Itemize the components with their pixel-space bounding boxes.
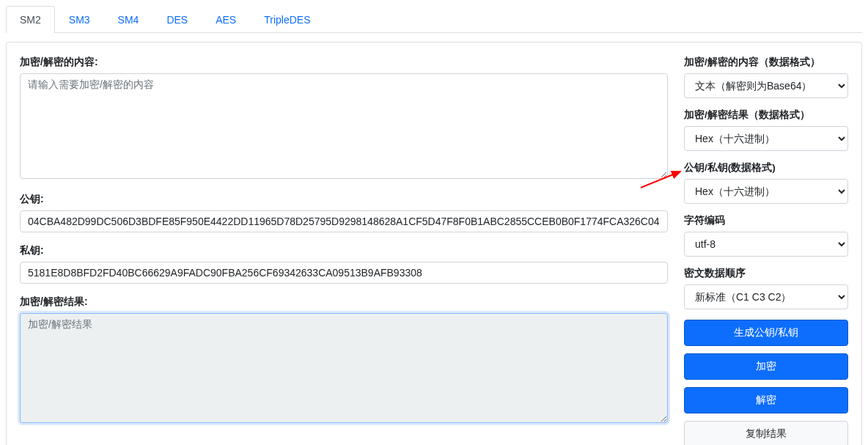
content-label: 加密/解密的内容: — [20, 56, 668, 69]
result-format-label: 加密/解密结果（数据格式） — [684, 109, 848, 122]
charset-select[interactable]: utf-8 — [684, 232, 848, 257]
copy-result-button[interactable]: 复制结果 — [684, 421, 848, 445]
tab-tripledes[interactable]: TripleDES — [250, 6, 324, 33]
privkey-input[interactable] — [20, 262, 668, 284]
tab-des[interactable]: DES — [152, 6, 202, 33]
tab-sm3[interactable]: SM3 — [55, 6, 104, 33]
encrypt-button[interactable]: 加密 — [684, 353, 848, 380]
pubkey-input[interactable] — [20, 210, 668, 232]
main-panel: 加密/解密的内容: 公钥: 私钥: 加密/解密结果: 加密/解密的内容（数据格式… — [6, 42, 862, 445]
cipher-order-select[interactable]: 新标准（C1 C3 C2） — [684, 284, 848, 309]
key-format-select[interactable]: Hex（十六进制） — [684, 179, 848, 204]
content-format-select[interactable]: 文本（解密则为Base64） — [684, 73, 848, 98]
result-output[interactable] — [20, 313, 668, 423]
tab-sm4[interactable]: SM4 — [104, 6, 153, 33]
key-format-label: 公钥/私钥(数据格式) — [684, 161, 848, 174]
generate-key-button[interactable]: 生成公钥/私钥 — [684, 320, 848, 346]
result-label: 加密/解密结果: — [20, 295, 668, 309]
tab-aes[interactable]: AES — [202, 6, 250, 33]
algorithm-tabs: SM2 SM3 SM4 DES AES TripleDES — [6, 6, 862, 33]
charset-label: 字符编码 — [684, 214, 848, 227]
decrypt-button[interactable]: 解密 — [684, 387, 848, 413]
right-column: 加密/解密的内容（数据格式） 文本（解密则为Base64） 加密/解密结果（数据… — [684, 56, 848, 445]
cipher-order-label: 密文数据顺序 — [684, 267, 848, 280]
content-format-label: 加密/解密的内容（数据格式） — [684, 56, 848, 69]
left-column: 加密/解密的内容: 公钥: 私钥: 加密/解密结果: — [20, 56, 668, 445]
privkey-label: 私钥: — [20, 244, 668, 257]
content-input[interactable] — [20, 73, 668, 179]
pubkey-label: 公钥: — [20, 193, 668, 206]
result-format-select[interactable]: Hex（十六进制） — [684, 126, 848, 151]
tab-sm2[interactable]: SM2 — [6, 6, 55, 33]
